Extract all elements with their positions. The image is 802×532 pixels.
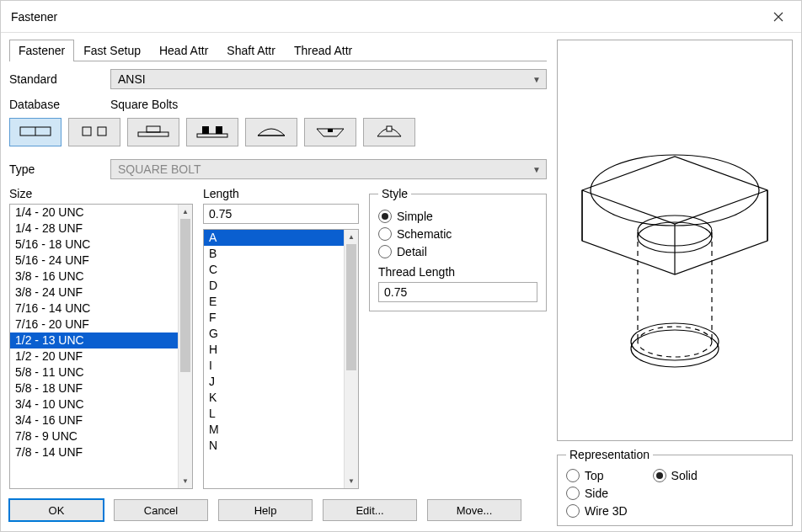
list-item[interactable]: 7/16 - 20 UNF bbox=[10, 317, 178, 332]
content: FastenerFast SetupHead AttrShaft AttrThr… bbox=[1, 33, 801, 531]
list-item[interactable]: 3/4 - 10 UNC bbox=[10, 396, 178, 412]
bolt-type-3-icon bbox=[135, 124, 172, 141]
chevron-down-icon: ▼ bbox=[532, 165, 541, 174]
list-item[interactable]: L bbox=[204, 406, 344, 422]
list-item[interactable]: 7/16 - 14 UNC bbox=[10, 301, 178, 317]
list-item[interactable]: 3/8 - 16 UNC bbox=[10, 269, 178, 285]
svg-rect-10 bbox=[328, 129, 333, 132]
svg-rect-6 bbox=[197, 134, 227, 137]
bolt-type-6-button[interactable] bbox=[304, 118, 356, 146]
length-input[interactable] bbox=[203, 204, 359, 224]
list-item[interactable]: H bbox=[204, 342, 344, 358]
list-item[interactable]: 5/16 - 24 UNF bbox=[10, 253, 178, 269]
list-item[interactable]: M bbox=[204, 422, 344, 438]
tab-head-attr[interactable]: Head Attr bbox=[150, 40, 217, 61]
list-item[interactable]: 5/16 - 18 UNC bbox=[10, 237, 178, 253]
list-item[interactable]: 5/8 - 11 UNC bbox=[10, 364, 178, 380]
radio-label: Top bbox=[585, 469, 604, 482]
list-item[interactable]: 7/8 - 14 UNF bbox=[10, 444, 178, 460]
bolt-type-4-button[interactable] bbox=[186, 118, 238, 146]
scrollbar[interactable]: ▲ ▼ bbox=[178, 205, 192, 488]
scroll-up-icon[interactable]: ▲ bbox=[179, 205, 192, 219]
list-item[interactable]: 3/4 - 16 UNF bbox=[10, 412, 178, 428]
svg-point-16 bbox=[631, 323, 719, 360]
scroll-up-icon[interactable]: ▲ bbox=[345, 230, 358, 244]
bolt-preview-icon bbox=[565, 64, 784, 418]
button-row: OK Cancel Help Edit... Move... bbox=[9, 499, 547, 521]
ok-button[interactable]: OK bbox=[9, 499, 104, 521]
radio-label: Solid bbox=[671, 469, 698, 482]
radio-label: Schematic bbox=[397, 227, 452, 241]
scroll-down-icon[interactable]: ▼ bbox=[179, 474, 192, 488]
tab-fast-setup[interactable]: Fast Setup bbox=[74, 40, 150, 61]
rep-radio-top[interactable]: Top bbox=[566, 469, 628, 482]
edit-button[interactable]: Edit... bbox=[323, 499, 417, 521]
list-item[interactable]: F bbox=[204, 310, 344, 326]
list-item[interactable]: G bbox=[204, 326, 344, 342]
type-dropdown[interactable]: SQUARE BOLT ▼ bbox=[110, 159, 547, 179]
bolt-type-7-button[interactable] bbox=[363, 118, 415, 146]
bolt-type-2-button[interactable] bbox=[68, 118, 120, 146]
list-item[interactable]: A bbox=[204, 230, 344, 246]
list-item[interactable]: I bbox=[204, 358, 344, 374]
thread-length-input[interactable] bbox=[378, 282, 537, 302]
style-radio-schematic[interactable]: Schematic bbox=[378, 227, 537, 241]
list-item[interactable]: C bbox=[204, 262, 344, 278]
list-item[interactable]: E bbox=[204, 294, 344, 310]
window-title: Fastener bbox=[11, 10, 57, 24]
cancel-button[interactable]: Cancel bbox=[114, 499, 208, 521]
scroll-down-icon[interactable]: ▼ bbox=[345, 474, 358, 488]
list-item[interactable]: D bbox=[204, 278, 344, 294]
move-button[interactable]: Move... bbox=[427, 499, 521, 521]
scrollbar[interactable]: ▲ ▼ bbox=[344, 230, 358, 488]
rep-radio-solid[interactable]: Solid bbox=[653, 469, 698, 482]
bolt-type-1-button[interactable] bbox=[9, 118, 61, 146]
bolt-type-3-button[interactable] bbox=[127, 118, 179, 146]
list-item[interactable]: 5/8 - 18 UNF bbox=[10, 380, 178, 396]
size-listbox[interactable]: 1/4 - 20 UNC1/4 - 28 UNF5/16 - 18 UNC5/1… bbox=[9, 204, 193, 489]
list-item[interactable]: B bbox=[204, 246, 344, 262]
svg-rect-3 bbox=[98, 127, 106, 136]
list-item[interactable]: N bbox=[204, 438, 344, 454]
tab-thread-attr[interactable]: Thread Attr bbox=[285, 40, 361, 61]
database-row: Database Square Bolts bbox=[9, 98, 547, 111]
list-item[interactable]: J bbox=[204, 374, 344, 390]
tab-bar: FastenerFast SetupHead AttrShaft AttrThr… bbox=[9, 40, 547, 61]
standard-row: Standard ANSI ▼ bbox=[9, 69, 547, 89]
radio-label: Simple bbox=[397, 210, 433, 223]
left-panel: FastenerFast SetupHead AttrShaft AttrThr… bbox=[9, 40, 547, 531]
bolt-type-7-icon bbox=[371, 124, 408, 141]
main-area: Size 1/4 - 20 UNC1/4 - 28 UNF5/16 - 18 U… bbox=[9, 187, 547, 489]
bolt-type-6-icon bbox=[312, 124, 349, 141]
database-value: Square Bolts bbox=[110, 98, 178, 111]
bolt-type-2-icon bbox=[76, 124, 113, 141]
svg-point-17 bbox=[631, 330, 719, 367]
rep-radio-side[interactable]: Side bbox=[566, 487, 628, 500]
svg-rect-12 bbox=[387, 126, 392, 131]
size-label: Size bbox=[9, 187, 193, 200]
help-button[interactable]: Help bbox=[218, 499, 313, 521]
list-item[interactable]: 1/2 - 20 UNF bbox=[10, 348, 178, 364]
list-item[interactable]: 1/4 - 28 UNF bbox=[10, 221, 178, 237]
tab-fastener[interactable]: Fastener bbox=[9, 40, 74, 61]
style-radio-simple[interactable]: Simple bbox=[378, 210, 537, 223]
list-item[interactable]: 1/4 - 20 UNC bbox=[10, 205, 178, 221]
type-value: SQUARE BOLT bbox=[118, 162, 201, 176]
bolt-type-5-button[interactable] bbox=[245, 118, 297, 146]
chevron-down-icon: ▼ bbox=[532, 75, 541, 84]
radio-icon bbox=[378, 245, 392, 258]
list-item[interactable]: K bbox=[204, 390, 344, 406]
length-listbox[interactable]: ABCDEFGHIJKLMN ▲ ▼ bbox=[203, 229, 359, 489]
standard-dropdown[interactable]: ANSI ▼ bbox=[110, 69, 547, 89]
radio-icon bbox=[378, 227, 392, 241]
list-item[interactable]: 3/8 - 24 UNF bbox=[10, 285, 178, 301]
length-column: Length ABCDEFGHIJKLMN ▲ ▼ bbox=[203, 187, 359, 489]
close-button[interactable] bbox=[759, 3, 798, 30]
list-item[interactable]: 1/2 - 13 UNC bbox=[10, 332, 178, 348]
svg-rect-5 bbox=[147, 126, 160, 132]
tab-shaft-attr[interactable]: Shaft Attr bbox=[217, 40, 285, 61]
style-radio-detail[interactable]: Detail bbox=[378, 245, 537, 258]
rep-radio-wire-3d[interactable]: Wire 3D bbox=[566, 504, 628, 518]
right-panel: Representation TopSideWire 3D Solid bbox=[557, 40, 793, 531]
list-item[interactable]: 7/8 - 9 UNC bbox=[10, 428, 178, 444]
